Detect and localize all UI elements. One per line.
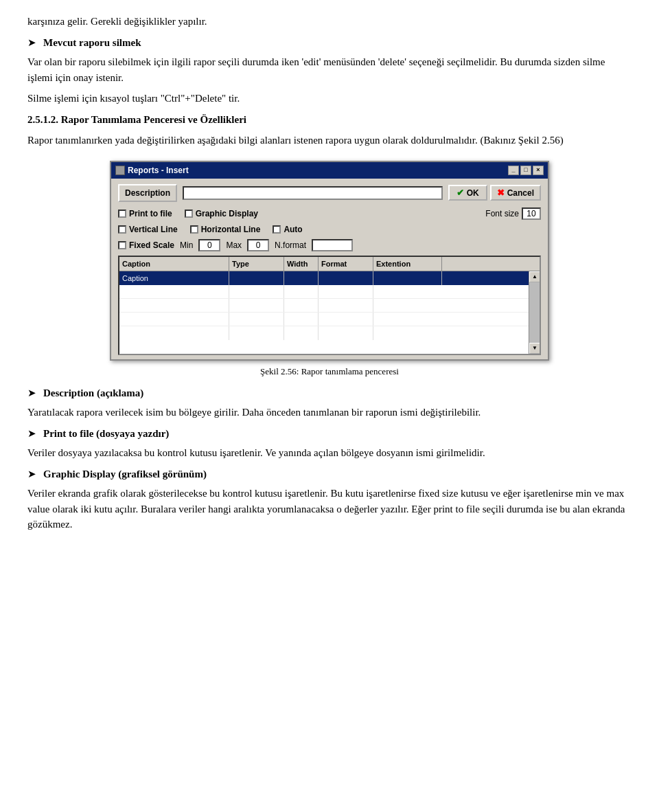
nformat-label: N.format xyxy=(275,239,306,251)
table-header: Caption Type Width Format Extention xyxy=(119,257,540,272)
section-252-body: Rapor tanımlanırken yada değiştirilirken… xyxy=(27,133,632,148)
cell-caption: Caption xyxy=(119,271,229,285)
cancel-button[interactable]: ✖ Cancel xyxy=(490,185,541,201)
vertical-line-checkbox[interactable] xyxy=(118,225,126,234)
scroll-up-button[interactable]: ▲ xyxy=(529,271,540,282)
vertical-line-item: Vertical Line xyxy=(118,223,178,236)
intro-line: karşınıza gelir. Gerekli değişiklikler y… xyxy=(27,14,632,30)
dialog-title: Reports - Insert xyxy=(128,164,189,177)
scroll-track xyxy=(529,282,540,343)
row-lines: Vertical Line Horizontal Line Auto xyxy=(118,223,541,236)
dialog-body: Description ✔ OK ✖ Cancel xyxy=(111,179,548,360)
arrow-icon-graphic: ➤ xyxy=(27,466,36,482)
reports-insert-dialog: Reports - Insert _ □ × Description ✔ OK xyxy=(110,161,549,361)
graphic-display-item: Graphic Display xyxy=(185,207,258,220)
auto-checkbox[interactable] xyxy=(273,225,281,234)
dialog-wrapper: Reports - Insert _ □ × Description ✔ OK xyxy=(27,161,632,361)
arrow-icon-desc: ➤ xyxy=(27,385,36,401)
dialog-titlebar: Reports - Insert _ □ × xyxy=(111,162,548,179)
section-252-heading: 2.5.1.2. Rapor Tanımlama Penceresi ve Öz… xyxy=(27,114,246,125)
horizontal-line-item: Horizontal Line xyxy=(190,223,261,236)
arrow-icon-print: ➤ xyxy=(27,426,36,442)
section-delete-body2: Silme işlemi için kısayol tuşları "Ctrl"… xyxy=(27,91,632,106)
graphic-title: Graphic Display (grafiksel görünüm) xyxy=(43,469,207,480)
col-format: Format xyxy=(319,257,373,271)
dialog-buttons: ✔ OK ✖ Cancel xyxy=(448,185,541,201)
font-size-input[interactable] xyxy=(522,207,541,220)
horizontal-line-checkbox[interactable] xyxy=(190,225,198,234)
ok-label: OK xyxy=(467,188,479,198)
cancel-label: Cancel xyxy=(507,188,534,198)
cell-type xyxy=(229,271,284,285)
desc-section-text: Description (açıklama) xyxy=(43,385,143,401)
figure-caption: Şekil 2.56: Rapor tanımlama penceresi xyxy=(27,365,632,379)
section-delete-heading: Mevcut raporu silmek xyxy=(43,35,141,51)
col-width: Width xyxy=(284,257,319,271)
desc-title: Description (açıklama) xyxy=(43,387,143,398)
data-table: Caption Type Width Format Extention Capt… xyxy=(118,256,541,356)
font-size-area: Font size xyxy=(485,207,541,220)
min-input[interactable] xyxy=(198,239,220,251)
description-label: Description xyxy=(118,184,177,202)
arrow-icon: ➤ xyxy=(27,35,36,51)
cell-width xyxy=(284,271,319,285)
auto-item: Auto xyxy=(273,223,302,236)
desc-body: Yaratılacak rapora verilecek isim bu böl… xyxy=(27,405,632,420)
vertical-scrollbar[interactable]: ▲ ▼ xyxy=(529,271,540,354)
section-delete-body1: Var olan bir raporu silebilmek için ilgi… xyxy=(27,54,632,85)
cell-format xyxy=(319,271,373,285)
description-input[interactable] xyxy=(183,186,443,200)
table-row[interactable] xyxy=(119,326,540,340)
table-body: Caption xyxy=(119,271,540,354)
check-icon: ✔ xyxy=(456,188,464,198)
section-252-title: 2.5.1.2. Rapor Tanımlama Penceresi ve Öz… xyxy=(27,112,632,128)
page-content: karşınıza gelir. Gerekli değişiklikler y… xyxy=(27,14,632,532)
maximize-button[interactable]: □ xyxy=(520,166,531,175)
table-row[interactable] xyxy=(119,313,540,326)
nformat-input[interactable] xyxy=(312,239,353,251)
titlebar-buttons: _ □ × xyxy=(508,166,544,175)
cell-ext xyxy=(373,271,442,285)
section-delete-title: ➤ Mevcut raporu silmek xyxy=(27,35,632,51)
row-print-graphic: Print to file Graphic Display Font size xyxy=(118,207,541,220)
row-scale: Fixed Scale Min Max N.format xyxy=(118,239,541,251)
print-section: ➤ Print to file (dosyaya yazdır) xyxy=(27,426,632,442)
col-extension: Extention xyxy=(373,257,442,271)
print-section-text: Print to file (dosyaya yazdır) xyxy=(43,426,169,442)
dialog-icon xyxy=(115,166,125,175)
print-to-file-item: Print to file xyxy=(118,207,172,220)
scroll-down-button[interactable]: ▼ xyxy=(529,343,540,354)
max-label: Max xyxy=(226,239,242,251)
x-icon: ✖ xyxy=(497,188,505,198)
description-row: Description ✔ OK ✖ Cancel xyxy=(118,184,541,202)
minimize-button[interactable]: _ xyxy=(508,166,519,175)
table-row[interactable] xyxy=(119,285,540,299)
graphic-body: Veriler ekranda grafik olarak gösterilec… xyxy=(27,486,632,532)
graphic-display-label: Graphic Display xyxy=(196,207,258,220)
print-title: Print to file (dosyaya yazdır) xyxy=(43,428,169,439)
print-to-file-label: Print to file xyxy=(129,207,172,220)
ok-button[interactable]: ✔ OK xyxy=(448,185,487,201)
fixed-scale-item: Fixed Scale xyxy=(118,239,174,251)
fixed-scale-label: Fixed Scale xyxy=(129,239,174,251)
min-label: Min xyxy=(180,239,193,251)
graphic-section-text: Graphic Display (grafiksel görünüm) xyxy=(43,466,207,482)
table-row[interactable] xyxy=(119,299,540,313)
col-spacer xyxy=(442,257,540,271)
font-size-label: Font size xyxy=(485,207,519,220)
col-caption: Caption xyxy=(119,257,229,271)
graphic-section: ➤ Graphic Display (grafiksel görünüm) xyxy=(27,466,632,482)
print-body: Veriler dosyaya yazılacaksa bu kontrol k… xyxy=(27,445,632,461)
table-row[interactable]: Caption xyxy=(119,271,540,285)
print-to-file-checkbox[interactable] xyxy=(118,210,126,218)
vertical-line-label: Vertical Line xyxy=(129,223,178,236)
desc-section: ➤ Description (açıklama) xyxy=(27,385,632,401)
close-button[interactable]: × xyxy=(533,166,544,175)
horizontal-line-label: Horizontal Line xyxy=(201,223,261,236)
max-input[interactable] xyxy=(247,239,269,251)
graphic-display-checkbox[interactable] xyxy=(185,210,193,218)
fixed-scale-checkbox[interactable] xyxy=(118,241,126,249)
auto-label: Auto xyxy=(284,223,302,236)
col-type: Type xyxy=(229,257,284,271)
